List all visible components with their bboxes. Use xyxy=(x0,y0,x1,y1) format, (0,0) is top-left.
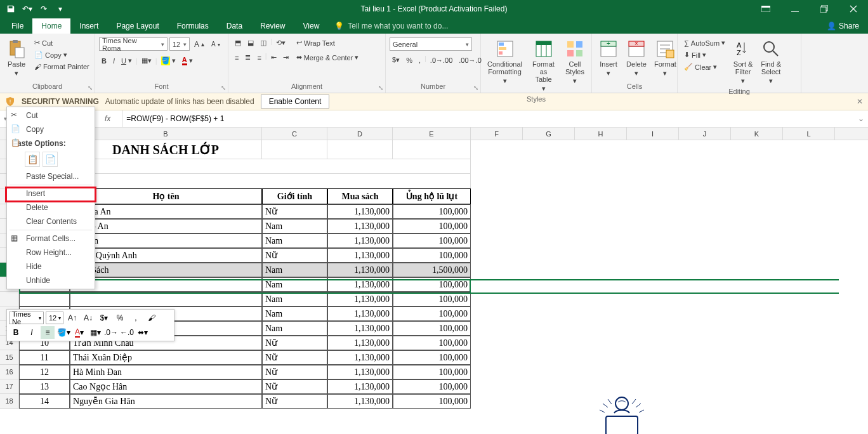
format-cells-button[interactable]: Format▾ xyxy=(652,37,679,79)
formula-input[interactable] xyxy=(122,114,854,123)
merge-center-button[interactable]: ⬌Merge & Center▾ xyxy=(294,52,362,63)
fill-button[interactable]: ⬇Fill▾ xyxy=(681,49,728,60)
bold-button[interactable]: B xyxy=(99,56,109,66)
mini-font-size[interactable]: 12 xyxy=(46,312,63,324)
ctx-copy[interactable]: 📄Copy xyxy=(7,122,95,136)
close-icon[interactable] xyxy=(839,0,868,18)
column-header[interactable]: C xyxy=(262,128,327,140)
paste-option-values[interactable]: 📄 xyxy=(43,152,58,167)
mini-decrease-decimal[interactable]: ←.0 xyxy=(120,326,134,339)
mini-shrink-font[interactable]: A↓ xyxy=(81,312,95,324)
number-dialog-icon[interactable]: ⤡ xyxy=(473,84,478,91)
accounting-format-icon[interactable]: $▾ xyxy=(390,55,402,65)
ctx-row-height[interactable]: Row Height... xyxy=(7,246,95,260)
row-header[interactable]: 16 xyxy=(0,365,19,379)
mini-align-center[interactable]: ≡ xyxy=(41,326,55,339)
format-as-table-button[interactable]: Format as Table▾ xyxy=(527,37,560,94)
paste-button[interactable]: Paste▾ xyxy=(4,37,29,79)
tab-home[interactable]: Home xyxy=(32,18,70,34)
paste-option-keep-source[interactable]: 📋 xyxy=(25,152,40,167)
align-middle-icon[interactable]: ⬓ xyxy=(245,37,256,48)
mini-font-name[interactable]: Times Ne xyxy=(9,312,44,324)
column-header[interactable]: F xyxy=(471,128,523,140)
ctx-hide[interactable]: Hide xyxy=(7,260,95,273)
mini-borders[interactable]: ▦▾ xyxy=(88,326,102,339)
tab-review[interactable]: Review xyxy=(251,18,294,34)
tab-page-layout[interactable]: Page Layout xyxy=(107,18,168,34)
mini-fill-color[interactable]: 🪣▾ xyxy=(56,326,70,339)
alignment-dialog-icon[interactable]: ⤡ xyxy=(378,84,383,91)
share-button[interactable]: 👤 Share xyxy=(818,18,868,34)
italic-button[interactable]: I xyxy=(110,56,117,66)
insert-cells-button[interactable]: +Insert▾ xyxy=(596,37,621,79)
align-bottom-icon[interactable]: ◫ xyxy=(258,37,269,48)
column-name-header[interactable]: Họ tên xyxy=(70,188,262,204)
mini-merge[interactable]: ⬌▾ xyxy=(136,326,150,339)
enable-content-button[interactable]: Enable Content xyxy=(261,95,330,109)
increase-indent-icon[interactable]: ⇥ xyxy=(280,52,291,63)
autosum-button[interactable]: ∑AutoSum▾ xyxy=(681,37,728,48)
cell-styles-button[interactable]: Cell Styles▾ xyxy=(562,37,588,86)
grow-font-icon[interactable]: A▴ xyxy=(192,37,207,51)
number-format-dropdown[interactable]: General xyxy=(390,37,472,51)
wrap-text-button[interactable]: ↩Wrap Text xyxy=(294,37,362,48)
clear-button[interactable]: 🧹Clear▾ xyxy=(681,62,728,72)
fx-icon[interactable]: fx xyxy=(100,114,115,123)
fill-color-button[interactable]: 🪣▾ xyxy=(159,55,178,67)
cut-button[interactable]: ✂Cut xyxy=(32,37,92,48)
mini-percent[interactable]: % xyxy=(113,312,127,324)
font-color-button[interactable]: A▾ xyxy=(180,55,195,67)
column-flood-header[interactable]: Ủng hộ lũ lụt xyxy=(393,188,471,204)
column-header[interactable]: D xyxy=(327,128,393,140)
column-header[interactable]: I xyxy=(627,128,679,140)
column-header[interactable]: K xyxy=(731,128,783,140)
decrease-indent-icon[interactable]: ⇤ xyxy=(268,52,279,63)
row-header[interactable]: 17 xyxy=(0,379,19,394)
sort-filter-button[interactable]: AZSort & Filter▾ xyxy=(730,37,756,86)
align-top-icon[interactable]: ⬒ xyxy=(232,37,244,48)
column-header[interactable]: J xyxy=(679,128,731,140)
column-header[interactable]: H xyxy=(575,128,627,140)
font-name-dropdown[interactable]: Times New Roma xyxy=(99,37,168,51)
ctx-insert[interactable]: Insert xyxy=(7,187,95,201)
mini-comma[interactable]: , xyxy=(129,312,143,324)
ctx-delete[interactable]: Delete xyxy=(7,201,95,214)
column-header[interactable]: G xyxy=(523,128,575,140)
close-warning-icon[interactable]: ✕ xyxy=(857,97,863,106)
orientation-icon[interactable]: ⟲▾ xyxy=(273,37,288,48)
column-header[interactable]: L xyxy=(783,128,835,140)
font-size-dropdown[interactable]: 12 xyxy=(169,37,190,51)
shrink-font-icon[interactable]: A▾ xyxy=(209,37,223,51)
expand-formula-bar-icon[interactable]: ⌄ xyxy=(854,114,868,123)
tab-file[interactable]: File xyxy=(3,18,32,34)
mini-format-painter[interactable]: 🖌 xyxy=(145,312,159,324)
mini-italic[interactable]: I xyxy=(25,326,39,339)
ctx-unhide[interactable]: Unhide xyxy=(7,273,95,287)
decrease-decimal-icon[interactable]: .00→.0 xyxy=(456,55,483,65)
borders-button[interactable]: ▦▾ xyxy=(139,55,154,66)
mini-grow-font[interactable]: A↑ xyxy=(65,312,79,324)
row-header[interactable] xyxy=(0,292,19,306)
underline-button[interactable]: U▾ xyxy=(119,55,135,66)
format-painter-button[interactable]: 🖌Format Painter xyxy=(32,62,92,72)
redo-icon[interactable]: ↷ xyxy=(37,2,51,16)
column-header[interactable]: B xyxy=(70,128,262,140)
clipboard-dialog-icon[interactable]: ⤡ xyxy=(88,84,93,91)
row-header[interactable]: 15 xyxy=(0,350,19,365)
tellme-search[interactable]: 💡 Tell me what you want to do... xyxy=(328,18,454,34)
ctx-format-cells[interactable]: ▦Format Cells... xyxy=(7,232,95,246)
sheet-title[interactable]: DANH SÁCH LỚP xyxy=(70,140,262,159)
column-header[interactable]: E xyxy=(393,128,471,140)
delete-cells-button[interactable]: ×Delete▾ xyxy=(624,37,649,79)
align-center-icon[interactable]: ≣ xyxy=(242,52,253,63)
minimize-icon[interactable] xyxy=(780,0,810,18)
copy-button[interactable]: 📄Copy▾ xyxy=(32,49,92,60)
increase-decimal-icon[interactable]: .0→.00 xyxy=(428,55,455,65)
qat-dropdown-icon[interactable]: ▾ xyxy=(53,2,67,16)
mini-accounting[interactable]: $▾ xyxy=(97,312,111,324)
tab-formulas[interactable]: Formulas xyxy=(168,18,218,34)
tab-insert[interactable]: Insert xyxy=(70,18,107,34)
worksheet-grid[interactable]: DANH SÁCH LỚP Họ tên Giới tính Mua sách … xyxy=(0,140,868,409)
restore-icon[interactable] xyxy=(810,0,839,18)
tab-data[interactable]: Data xyxy=(218,18,251,34)
